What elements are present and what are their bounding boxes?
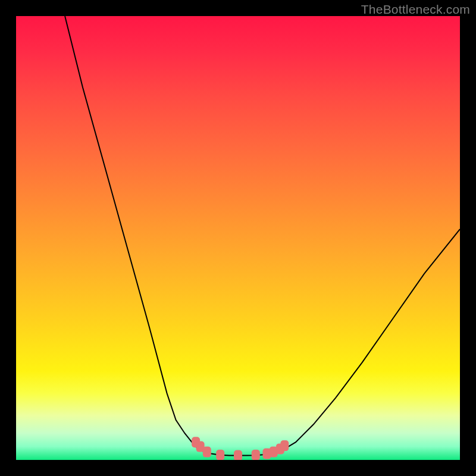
curve-svg — [16, 16, 460, 460]
bottleneck-curve — [65, 16, 460, 456]
marker-dot — [280, 440, 289, 451]
marker-dot — [203, 447, 211, 458]
curve-group — [65, 16, 460, 456]
watermark-text: TheBottleneck.com — [361, 2, 470, 17]
marker-group — [192, 437, 289, 460]
marker-dot — [234, 450, 242, 461]
marker-dot — [252, 450, 260, 460]
plot-area — [16, 16, 460, 460]
marker-dot — [216, 450, 224, 460]
chart-frame: TheBottleneck.com — [0, 0, 476, 476]
